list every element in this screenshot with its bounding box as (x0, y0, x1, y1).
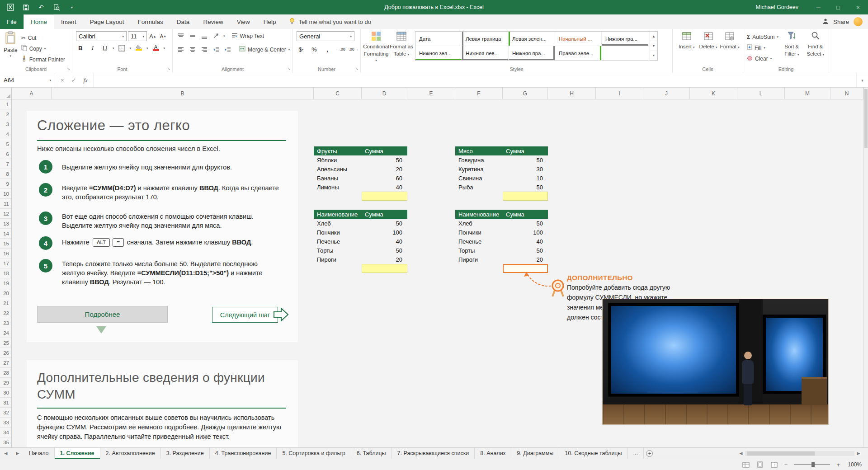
row-header[interactable]: 25 (0, 338, 11, 348)
table-row[interactable]: Пироги20 (455, 255, 548, 264)
zoom-level[interactable]: 100% (846, 461, 862, 468)
table-row[interactable]: Торты50 (455, 246, 548, 255)
ribbon-tab[interactable]: Home (24, 14, 54, 29)
table-row[interactable]: Хлеб50 (314, 219, 407, 228)
table-row[interactable]: Курятина30 (455, 164, 548, 174)
alignment-dialog-launcher-icon[interactable]: ↘ (287, 67, 291, 71)
signed-in-user[interactable]: Michael Gordeev (756, 4, 799, 10)
underline-button[interactable]: U (100, 43, 109, 52)
find-select-button[interactable]: Find & Select ▾ (805, 31, 826, 63)
expand-formula-bar-icon[interactable]: ▾ (856, 73, 868, 87)
cell-style-item[interactable]: Нижняя лев... (462, 46, 509, 61)
sheet-tab[interactable]: 1. Сложение (55, 448, 100, 459)
hscroll-left-icon[interactable]: ◀ (737, 451, 745, 456)
row-header[interactable]: 17 (0, 258, 11, 268)
name-box[interactable]: A64 ▾ (0, 73, 55, 87)
formula-input[interactable] (94, 73, 856, 87)
row-header[interactable]: 4 (0, 129, 11, 139)
more-details-button[interactable]: Подробнее (37, 306, 168, 323)
cell-style-item[interactable]: Нижняя пра... (509, 46, 555, 61)
autosum-button[interactable]: Σ AutoSum▾ (747, 32, 778, 42)
table-row[interactable]: Пончики100 (455, 228, 548, 237)
table-row[interactable]: Пончики100 (314, 228, 407, 237)
page-break-view-icon[interactable] (770, 461, 778, 468)
column-header[interactable]: K (690, 88, 737, 99)
row-header[interactable]: 19 (0, 278, 11, 288)
merge-center-button[interactable]: Merge & Center▾ (239, 45, 290, 54)
vertical-scrollbar[interactable] (863, 88, 868, 447)
row-header[interactable]: 12 (0, 209, 11, 219)
table-row[interactable]: Хлеб50 (455, 219, 548, 228)
grow-font-button[interactable]: A▲ (148, 32, 157, 41)
cell-style-item[interactable]: Левая зелен... (509, 32, 555, 46)
row-header[interactable]: 8 (0, 169, 11, 179)
sheet-tab[interactable]: 4. Транспонирование (210, 448, 277, 459)
table-row[interactable]: Свинина10 (455, 174, 548, 183)
wrap-text-button[interactable]: Wrap Text (231, 31, 264, 41)
gallery-more-icon[interactable]: ▾ (650, 51, 657, 61)
cancel-formula-icon[interactable]: × (61, 77, 64, 84)
row-header[interactable]: 13 (0, 219, 11, 229)
sheet-tab[interactable]: 8. Анализ (475, 448, 511, 459)
accounting-format-button[interactable]: $▾ (297, 45, 306, 54)
items1-sum-input-cell[interactable] (362, 264, 407, 273)
table-row[interactable]: Пироги20 (314, 255, 407, 264)
fill-color-button[interactable] (134, 43, 143, 52)
minimize-button[interactable]: ─ (808, 0, 828, 14)
row-header[interactable]: 2 (0, 109, 11, 119)
row-header[interactable]: 22 (0, 308, 11, 318)
close-button[interactable]: × (848, 0, 868, 14)
borders-button[interactable] (118, 43, 127, 52)
table-row[interactable]: Говядина50 (455, 155, 548, 164)
horizontal-scrollbar[interactable]: ◀ ▶ (737, 448, 868, 459)
table-row[interactable]: Рыба50 (455, 183, 548, 192)
column-header[interactable]: A (12, 88, 52, 99)
table-row[interactable]: Лимоны40 (314, 183, 407, 192)
number-format-combo[interactable]: General▾ (297, 31, 354, 41)
excel-app-icon[interactable] (6, 3, 14, 11)
row-header[interactable]: 1 (0, 99, 11, 109)
sheet-tab[interactable]: 5. Сортировка и фильтр (277, 448, 351, 459)
column-header[interactable]: F (455, 88, 503, 99)
decrease-indent-icon[interactable] (212, 45, 221, 54)
column-header[interactable]: I (596, 88, 643, 99)
row-header[interactable]: 10 (0, 189, 11, 199)
italic-button[interactable]: I (88, 43, 97, 52)
table-row[interactable]: Яблоки50 (314, 155, 407, 164)
ribbon-tab[interactable]: Insert (54, 14, 83, 29)
table-row[interactable]: Торты50 (314, 246, 407, 255)
name-box-arrow-icon[interactable]: ▾ (49, 79, 51, 82)
row-header[interactable]: 31 (0, 398, 11, 408)
meat-sum-input-cell[interactable] (503, 192, 548, 201)
number-dialog-launcher-icon[interactable]: ↘ (355, 67, 359, 71)
sheet-tab[interactable]: Начало (24, 448, 55, 459)
print-preview-icon[interactable] (52, 3, 61, 11)
row-header[interactable]: 16 (0, 249, 11, 258)
row-header[interactable]: 24 (0, 328, 11, 338)
ribbon-tab[interactable]: Review (196, 14, 230, 29)
sheet-tab[interactable]: ... (628, 448, 644, 459)
format-painter-button[interactable]: Format Painter (21, 55, 65, 64)
worksheet[interactable]: 1234567891011121314151617181920212223242… (0, 99, 863, 447)
conditional-formatting-button[interactable]: Conditional Formatting ▾ (364, 31, 388, 63)
sheet-tab[interactable]: 9. Диаграммы (511, 448, 559, 459)
sheet-nav-right-icon[interactable]: ▶ (12, 448, 24, 459)
comma-style-button[interactable]: , (323, 45, 332, 54)
zoom-out-button[interactable]: − (784, 461, 788, 468)
row-header[interactable]: 5 (0, 139, 11, 149)
fill-button[interactable]: Fill▾ (747, 43, 778, 52)
enter-formula-icon[interactable]: ✓ (71, 77, 76, 84)
column-header[interactable]: E (407, 88, 455, 99)
insert-function-icon[interactable]: fx (84, 77, 88, 84)
decrease-decimal-button[interactable]: .00→ (349, 45, 358, 54)
sheet-tab[interactable]: 3. Разделение (161, 448, 210, 459)
ribbon-tab[interactable]: View (230, 14, 257, 29)
select-all-corner[interactable] (0, 88, 12, 99)
row-header[interactable]: 26 (0, 348, 11, 358)
column-header[interactable]: H (548, 88, 596, 99)
sheet-nav-left-icon[interactable]: ◀ (0, 448, 12, 459)
column-header[interactable]: B (52, 88, 314, 99)
cell-style-item[interactable]: Начальный ... (555, 32, 602, 46)
table-row[interactable]: Печенье40 (455, 237, 548, 246)
delete-cells-button[interactable]: Delete ▾ (698, 31, 719, 50)
